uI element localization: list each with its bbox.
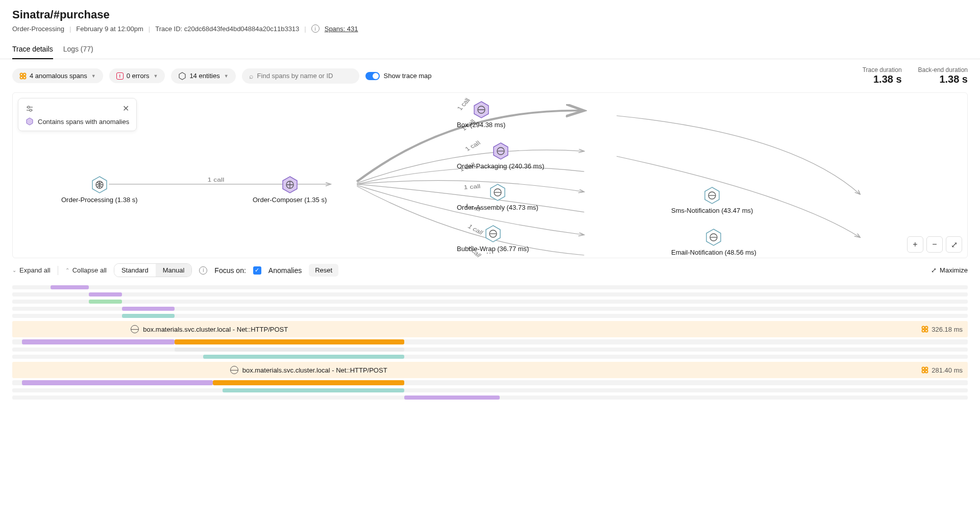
anomalous-spans-filter[interactable]: 4 anomalous spans ▼	[12, 68, 103, 83]
show-trace-map-toggle[interactable]: Show trace map	[365, 72, 432, 80]
zoom-out-button[interactable]: −	[926, 236, 943, 253]
maximize-button[interactable]: ⤢ Maximize	[931, 266, 968, 274]
hexagon-icon	[472, 101, 491, 119]
trace-id: Trace ID: c20dc68d43fed4bd04884a20c11b33…	[155, 25, 299, 33]
separator: |	[69, 25, 71, 33]
anomalies-checkbox[interactable]: ✓	[253, 266, 261, 275]
node-order-packaging[interactable]: Order-Packaging (240.36 ms)	[457, 142, 544, 170]
span-bar[interactable]	[203, 355, 404, 359]
close-icon[interactable]: ✕	[122, 104, 129, 113]
node-order-composer[interactable]: Order-Composer (1.35 s)	[253, 176, 327, 204]
svg-marker-9	[27, 118, 33, 125]
svg-point-38	[925, 330, 928, 332]
node-label: Order-Composer (1.35 s)	[253, 196, 327, 204]
search-input[interactable]	[257, 72, 352, 80]
span-bar[interactable]	[22, 380, 213, 385]
hexagon-icon	[484, 225, 502, 243]
span-bar[interactable]	[223, 388, 404, 392]
errors-filter[interactable]: ! 0 errors ▼	[109, 68, 165, 83]
waterfall-row[interactable]	[12, 292, 968, 296]
span-bar[interactable]	[89, 292, 122, 296]
span-bar[interactable]	[404, 396, 500, 400]
fit-button[interactable]: ⤢	[946, 236, 962, 253]
focus-label: Focus on:	[214, 266, 246, 275]
anomalies-label: Anomalies	[268, 266, 302, 275]
tab-trace-details[interactable]: Trace details	[12, 40, 53, 59]
svg-point-35	[922, 327, 925, 329]
chevron-down-icon: ▼	[153, 73, 158, 79]
span-search[interactable]: ⌕	[242, 68, 359, 84]
svg-marker-4	[179, 72, 185, 80]
entities-label: 14 entities	[189, 72, 219, 80]
toggle-switch[interactable]	[365, 72, 380, 80]
node-email-notification[interactable]: Email-Notification (48.56 ms)	[671, 228, 756, 256]
reset-button[interactable]: Reset	[309, 264, 338, 277]
span-bar[interactable]	[213, 380, 404, 385]
waterfall-highlight-row[interactable]: box.materials.svc.cluster.local - Net::H…	[12, 321, 968, 337]
chevron-down-icon: ⌄	[12, 267, 16, 273]
span-bar[interactable]	[51, 285, 89, 289]
waterfall-row[interactable]	[12, 314, 968, 318]
legend-settings-icon[interactable]	[26, 105, 34, 113]
node-sms-notification[interactable]: Sms-Notification (43.47 ms)	[671, 186, 753, 214]
trace-duration-value: 1.38 s	[863, 73, 902, 85]
span-bar[interactable]	[122, 307, 175, 311]
svg-point-41	[922, 370, 925, 373]
waterfall-highlight-row[interactable]: box.materials.svc.cluster.local - Net::H…	[12, 362, 968, 378]
span-bar[interactable]	[175, 348, 404, 352]
waterfall-row[interactable]	[12, 339, 968, 344]
entities-filter[interactable]: 14 entities ▼	[171, 68, 235, 84]
span-bar[interactable]	[89, 300, 122, 304]
node-box[interactable]: Box (294.38 ms)	[457, 101, 505, 129]
svg-point-40	[925, 367, 928, 370]
anomaly-icon	[921, 366, 928, 374]
backend-duration: Back-end duration 1.38 s	[918, 66, 968, 85]
waterfall-row[interactable]	[12, 348, 968, 352]
separator: |	[149, 25, 150, 33]
globe-icon	[131, 325, 139, 333]
manual-view-button[interactable]: Manual	[156, 264, 192, 277]
span-label: box.materials.svc.cluster.local - Net::H…	[242, 366, 387, 374]
timestamp: February 9 at 12:00pm	[76, 25, 143, 33]
anomaly-icon	[19, 72, 27, 80]
expand-all-button[interactable]: ⌄ Expand all	[12, 266, 51, 274]
collapse-all-button[interactable]: ⌃ Collapse all	[65, 266, 107, 274]
waterfall-row[interactable]	[12, 355, 968, 359]
standard-view-button[interactable]: Standard	[114, 264, 156, 277]
search-icon: ⌕	[249, 72, 253, 80]
zoom-in-button[interactable]: +	[907, 236, 923, 253]
hexagon-icon	[281, 176, 299, 194]
separator	[58, 266, 58, 275]
waterfall-row[interactable]	[12, 388, 968, 392]
svg-text:1 call: 1 call	[208, 177, 225, 183]
spans-link[interactable]: Spans: 431	[325, 25, 358, 33]
separator: |	[304, 25, 306, 33]
globe-icon	[230, 366, 238, 374]
svg-point-0	[20, 73, 23, 76]
svg-point-8	[30, 109, 32, 111]
info-icon[interactable]: i	[311, 24, 320, 33]
anomaly-icon	[921, 326, 928, 333]
errors-label: 0 errors	[127, 72, 150, 80]
error-icon: !	[116, 72, 124, 80]
waterfall-row[interactable]	[12, 380, 968, 385]
node-order-processing[interactable]: Order-Processing (1.38 s)	[61, 176, 138, 204]
span-bar[interactable]	[22, 339, 175, 344]
trace-map[interactable]: ✕ Contains spans with anomalies 1 call 1…	[12, 92, 968, 258]
info-icon[interactable]: i	[199, 266, 207, 275]
node-order-assembly[interactable]: Order-Assembly (43.73 ms)	[457, 183, 538, 211]
trace-duration: Trace duration 1.38 s	[863, 66, 902, 85]
tab-logs[interactable]: Logs (77)	[63, 40, 93, 59]
more-icon[interactable]: ⋯	[486, 248, 494, 258]
span-bar[interactable]	[122, 314, 175, 318]
svg-point-39	[922, 367, 925, 370]
span-bar[interactable]	[175, 339, 404, 344]
node-label: Order-Packaging (240.36 ms)	[457, 162, 544, 170]
waterfall-row[interactable]	[12, 300, 968, 304]
waterfall[interactable]: box.materials.svc.cluster.local - Net::H…	[0, 285, 980, 415]
tabs: Trace details Logs (77)	[0, 40, 980, 59]
waterfall-row[interactable]	[12, 307, 968, 311]
waterfall-row[interactable]	[12, 396, 968, 400]
waterfall-row[interactable]	[12, 285, 968, 289]
node-label: Sms-Notification (43.47 ms)	[671, 207, 753, 214]
